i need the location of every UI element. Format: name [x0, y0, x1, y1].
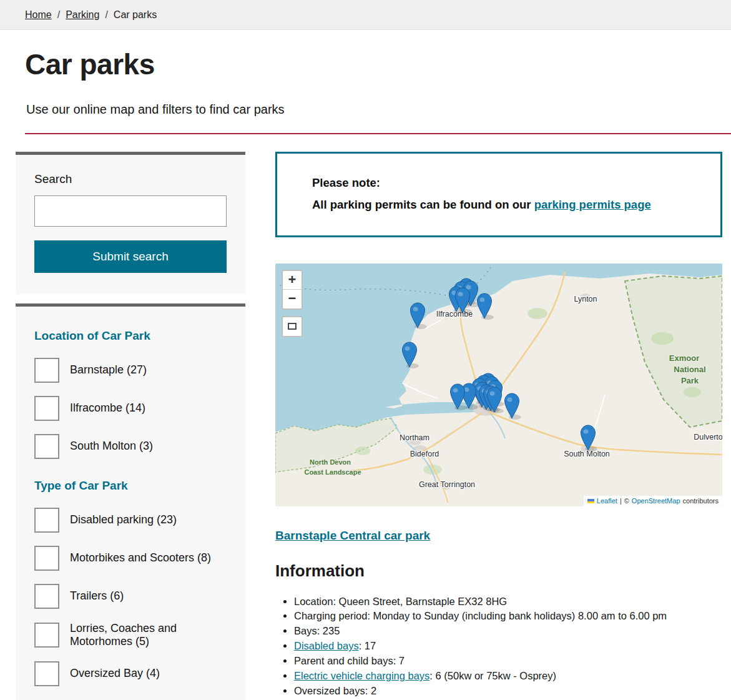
- checkbox[interactable]: [34, 358, 59, 383]
- filter-option-south-molton[interactable]: South Molton (3): [34, 434, 227, 459]
- breadcrumb: Home/Parking/Car parks: [0, 0, 731, 30]
- information-heading: Information: [275, 561, 722, 581]
- car-park-details-list: Location: Queen Street, Barnstaple EX32 …: [275, 594, 722, 699]
- red-divider: [25, 133, 731, 134]
- map-label-northam: Northam: [400, 433, 429, 442]
- detail-text: : 6 (50kw or 75kw - Osprey): [429, 670, 556, 681]
- map-label-bideford: Bideford: [410, 450, 439, 458]
- car-park-result-link[interactable]: Barnstaple Central car park: [275, 529, 430, 543]
- submit-search-button[interactable]: Submit search: [34, 240, 227, 273]
- checkbox[interactable]: [34, 434, 59, 459]
- fullscreen-icon: [288, 323, 297, 330]
- map-attribution: Leaflet|©OpenStreetMapcontributors: [584, 496, 722, 506]
- zoom-controls: + −: [282, 270, 303, 310]
- checkbox[interactable]: [34, 396, 59, 421]
- filter-option-barnstaple[interactable]: Barnstaple (27): [34, 358, 227, 383]
- type-filter-heading: Type of Car Park: [34, 479, 227, 493]
- ukraine-flag-icon: [587, 499, 594, 503]
- filter-sidebar: Search Submit search Location of Car Par…: [16, 152, 245, 700]
- parking-permits-link[interactable]: parking permits page: [534, 198, 651, 211]
- filter-option-motorbikes[interactable]: Motorbikes and Scooters (8): [34, 546, 227, 571]
- detail-location: Location: Queen Street, Barnstaple EX32 …: [294, 594, 722, 609]
- filter-option-label: Oversized Bay (4): [70, 667, 160, 680]
- checkbox[interactable]: [34, 508, 59, 533]
- filter-option-disabled-parking[interactable]: Disabled parking (23): [34, 508, 227, 533]
- zoom-in-button[interactable]: +: [283, 271, 302, 290]
- page-title: Car parks: [25, 49, 706, 81]
- attribution-separator: |: [620, 497, 622, 505]
- checkbox[interactable]: [34, 661, 59, 686]
- map-label-north-devon-coast: North Devon: [310, 458, 351, 466]
- filter-option-label: Lorries, Coaches and Motorhomes (5): [70, 622, 227, 648]
- detail-disabled-bays: Disabled bays: 17: [294, 639, 722, 654]
- page-intro: Use our online map and filters to find c…: [26, 102, 706, 117]
- map-label-north-devon-coast: Coast Landscape: [304, 468, 361, 476]
- detail-text: : 17: [359, 640, 376, 651]
- filter-option-lorries[interactable]: Lorries, Coaches and Motorhomes (5): [34, 622, 227, 648]
- filter-option-label: Disabled parking (23): [70, 513, 177, 526]
- detail-ev-bays: Electric vehicle charging bays: 6 (50kw …: [294, 669, 722, 684]
- detail-text: Oversized bays: 2: [294, 685, 376, 696]
- search-label: Search: [34, 172, 227, 186]
- notice-text: All parking permits can be found on our: [312, 198, 531, 211]
- detail-text: Charging period: Monday to Sunday (inclu…: [294, 610, 667, 621]
- detail-charging-period: Charging period: Monday to Sunday (inclu…: [294, 609, 722, 624]
- openstreetmap-link[interactable]: OpenStreetMap: [632, 497, 680, 505]
- breadcrumb-separator: /: [57, 9, 60, 20]
- breadcrumb-parking-link[interactable]: Parking: [66, 9, 99, 20]
- results-area: Please note: All parking permits can be …: [275, 152, 722, 699]
- checkbox[interactable]: [34, 584, 59, 609]
- filter-option-label: Motorbikes and Scooters (8): [70, 551, 211, 564]
- filter-option-label: Barnstaple (27): [70, 363, 147, 377]
- attribution-contributors: contributors: [683, 497, 719, 505]
- notice-box: Please note: All parking permits can be …: [275, 152, 722, 237]
- checkbox[interactable]: [34, 546, 59, 571]
- fullscreen-button[interactable]: [283, 317, 302, 336]
- filter-option-label: South Molton (3): [70, 440, 153, 453]
- map-label-exmoor: Park: [681, 376, 699, 385]
- notice-heading: Please note:: [312, 176, 685, 190]
- detail-text: Bays: 235: [294, 625, 340, 636]
- filter-option-label: Trailers (6): [70, 589, 124, 603]
- leaflet-link[interactable]: Leaflet: [597, 497, 617, 505]
- filter-option-trailers[interactable]: Trailers (6): [34, 584, 227, 609]
- ev-charging-bays-link[interactable]: Electric vehicle charging bays: [294, 670, 429, 681]
- breadcrumb-current: Car parks: [114, 9, 157, 20]
- filter-option-ilfracombe[interactable]: Ilfracombe (14): [34, 396, 227, 421]
- filters-panel: Location of Car Park Barnstaple (27) Ilf…: [16, 303, 245, 700]
- search-panel: Search Submit search: [16, 152, 245, 294]
- breadcrumb-home-link[interactable]: Home: [25, 9, 52, 20]
- breadcrumb-separator: /: [105, 9, 107, 20]
- location-filter-heading: Location of Car Park: [34, 329, 227, 343]
- map-label-south-molton: South Molton: [564, 450, 610, 458]
- detail-text: Parent and child bays: 7: [294, 655, 405, 666]
- map-canvas[interactable]: Lynton Ilfracombe Northam Bideford South…: [275, 264, 722, 506]
- detail-parent-child-bays: Parent and child bays: 7: [294, 654, 722, 669]
- map-label-great-torrington: Great Torrington: [419, 480, 475, 489]
- disabled-bays-link[interactable]: Disabled bays: [294, 640, 359, 651]
- map-label-exmoor: Exmoor: [669, 353, 699, 363]
- filter-option-oversized[interactable]: Oversized Bay (4): [34, 661, 227, 686]
- detail-text: Location: Queen Street, Barnstaple EX32 …: [294, 596, 507, 607]
- map-label-dulverton: Dulverton: [694, 433, 722, 441]
- map[interactable]: Lynton Ilfracombe Northam Bideford South…: [275, 264, 722, 506]
- zoom-out-button[interactable]: −: [283, 290, 302, 308]
- search-input[interactable]: [34, 195, 227, 227]
- detail-bays: Bays: 235: [294, 624, 722, 639]
- fullscreen-control: [282, 316, 303, 337]
- copyright-symbol: ©: [624, 497, 629, 505]
- checkbox[interactable]: [34, 623, 59, 648]
- filter-option-label: Ilfracombe (14): [70, 402, 145, 415]
- map-label-exmoor: National: [674, 365, 705, 374]
- detail-oversized-bays: Oversized bays: 2: [294, 684, 722, 699]
- map-label-lynton: Lynton: [574, 295, 597, 303]
